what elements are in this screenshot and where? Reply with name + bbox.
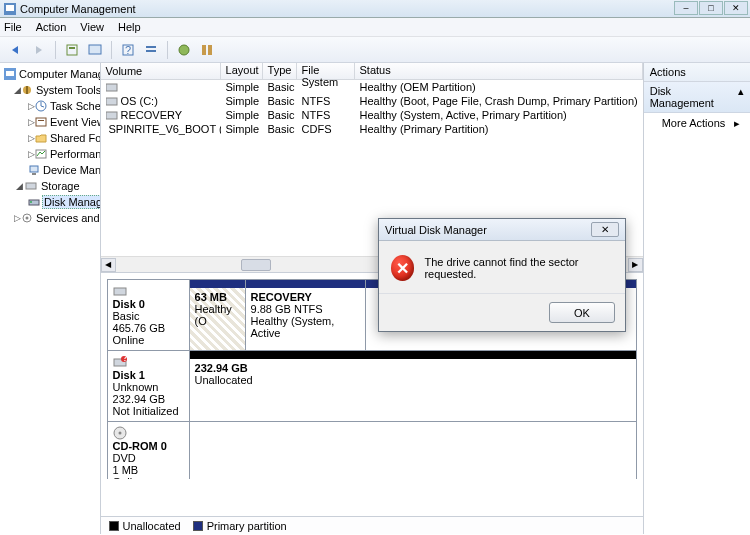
svg-rect-15 bbox=[26, 86, 28, 94]
svg-rect-4 bbox=[89, 45, 101, 54]
tree-task-scheduler[interactable]: ▷Task Scheduler bbox=[2, 98, 98, 114]
col-layout[interactable]: Layout bbox=[221, 63, 263, 79]
svg-rect-3 bbox=[69, 47, 75, 49]
svg-point-36 bbox=[118, 432, 121, 435]
svg-text:?: ? bbox=[125, 44, 131, 56]
svg-rect-28 bbox=[106, 98, 117, 105]
view-icon[interactable] bbox=[85, 40, 105, 60]
menu-help[interactable]: Help bbox=[118, 21, 141, 33]
svg-rect-22 bbox=[26, 183, 36, 189]
svg-point-26 bbox=[26, 217, 29, 220]
refresh-icon[interactable]: ? bbox=[118, 40, 138, 60]
svg-rect-20 bbox=[30, 166, 38, 172]
dialog-titlebar[interactable]: Virtual Disk Manager ✕ bbox=[379, 219, 625, 241]
properties-icon[interactable] bbox=[62, 40, 82, 60]
dialog-close-button[interactable]: ✕ bbox=[591, 222, 619, 237]
legend-unallocated-swatch bbox=[109, 521, 119, 531]
tree-event-viewer[interactable]: ▷Event Viewer bbox=[2, 114, 98, 130]
tree-disk-management[interactable]: Disk Management bbox=[2, 194, 98, 210]
svg-rect-1 bbox=[6, 5, 14, 11]
forward-button[interactable] bbox=[29, 40, 49, 60]
svg-rect-17 bbox=[36, 118, 46, 126]
menu-file[interactable]: File bbox=[4, 21, 22, 33]
svg-rect-11 bbox=[208, 45, 212, 55]
svg-rect-31 bbox=[114, 288, 126, 295]
partition[interactable]: RECOVERY9.88 GB NTFSHealthy (System, Act… bbox=[246, 280, 366, 350]
volume-list-header[interactable]: Volume Layout Type File System Status bbox=[101, 63, 643, 80]
svg-rect-10 bbox=[202, 45, 206, 55]
partition[interactable]: 63 MBHealthy (O bbox=[190, 280, 246, 350]
dialog-message: The drive cannot find the sector request… bbox=[424, 256, 613, 280]
menu-action[interactable]: Action bbox=[36, 21, 67, 33]
maximize-button[interactable]: □ bbox=[699, 1, 723, 15]
svg-rect-27 bbox=[106, 84, 117, 91]
svg-rect-18 bbox=[38, 120, 44, 121]
disk-info: ?Disk 1Unknown232.94 GBNot Initialized bbox=[108, 351, 190, 421]
more-actions[interactable]: More Actions ▸ bbox=[644, 113, 750, 134]
scroll-left-arrow[interactable]: ◀ bbox=[101, 258, 116, 272]
app-icon bbox=[4, 3, 16, 15]
menu-view[interactable]: View bbox=[80, 21, 104, 33]
tree-services[interactable]: ▷Services and Applications bbox=[2, 210, 98, 226]
tree-storage[interactable]: ◢Storage bbox=[2, 178, 98, 194]
tree-performance[interactable]: ▷Performance bbox=[2, 146, 98, 162]
help-icon[interactable] bbox=[174, 40, 194, 60]
col-status[interactable]: Status bbox=[355, 63, 643, 79]
minimize-button[interactable]: – bbox=[674, 1, 698, 15]
scroll-thumb[interactable] bbox=[241, 259, 271, 271]
svg-rect-2 bbox=[67, 45, 77, 55]
volume-row[interactable]: RECOVERYSimpleBasicNTFSHealthy (System, … bbox=[101, 108, 643, 122]
disk-row[interactable]: ?Disk 1Unknown232.94 GBNot Initialized23… bbox=[107, 350, 637, 422]
svg-rect-21 bbox=[32, 173, 36, 175]
svg-text:?: ? bbox=[122, 355, 127, 363]
nav-tree[interactable]: Computer Management (Local ◢System Tools… bbox=[0, 63, 101, 534]
col-filesystem[interactable]: File System bbox=[297, 63, 355, 79]
svg-rect-7 bbox=[146, 46, 156, 48]
svg-rect-8 bbox=[146, 50, 156, 52]
disk-row[interactable]: CD-ROM 0DVD1 MBOnline bbox=[107, 421, 637, 479]
tree-system-tools[interactable]: ◢System Tools bbox=[2, 82, 98, 98]
col-type[interactable]: Type bbox=[263, 63, 297, 79]
svg-rect-13 bbox=[6, 71, 14, 76]
window-title: Computer Management bbox=[20, 3, 136, 15]
tree-device-manager[interactable]: Device Manager bbox=[2, 162, 98, 178]
legend-unallocated-label: Unallocated bbox=[123, 520, 181, 532]
dialog-title: Virtual Disk Manager bbox=[385, 224, 487, 236]
svg-rect-29 bbox=[106, 112, 117, 119]
settings-icon[interactable] bbox=[197, 40, 217, 60]
toolbar: ? bbox=[0, 37, 750, 63]
chevron-right-icon: ▸ bbox=[734, 117, 740, 130]
error-dialog: Virtual Disk Manager ✕ ✕ The drive canno… bbox=[378, 218, 626, 332]
tree-shared-folders[interactable]: ▷Shared Folders bbox=[2, 130, 98, 146]
legend-primary-label: Primary partition bbox=[207, 520, 287, 532]
volume-row[interactable]: SimpleBasicHealthy (OEM Partition) bbox=[101, 80, 643, 94]
window-titlebar: Computer Management – □ ✕ bbox=[0, 0, 750, 18]
actions-section[interactable]: Disk Management ▴ bbox=[644, 82, 750, 113]
ok-button[interactable]: OK bbox=[549, 302, 615, 323]
legend-primary-swatch bbox=[193, 521, 203, 531]
svg-point-9 bbox=[179, 45, 189, 55]
partition[interactable]: 232.94 GBUnallocated bbox=[190, 351, 636, 421]
error-icon: ✕ bbox=[391, 255, 414, 281]
back-button[interactable] bbox=[6, 40, 26, 60]
actions-title: Actions bbox=[644, 63, 750, 82]
svg-point-24 bbox=[30, 201, 32, 203]
scroll-right-arrow[interactable]: ▶ bbox=[628, 258, 643, 272]
volume-row[interactable]: OS (C:)SimpleBasicNTFSHealthy (Boot, Pag… bbox=[101, 94, 643, 108]
col-volume[interactable]: Volume bbox=[101, 63, 221, 79]
close-button[interactable]: ✕ bbox=[724, 1, 748, 15]
list-icon[interactable] bbox=[141, 40, 161, 60]
menu-bar: File Action View Help bbox=[0, 18, 750, 37]
collapse-icon[interactable]: ▴ bbox=[738, 85, 744, 109]
disk-info: CD-ROM 0DVD1 MBOnline bbox=[108, 422, 190, 479]
actions-pane: Actions Disk Management ▴ More Actions ▸ bbox=[644, 63, 750, 534]
volume-row[interactable]: SPINRITE_V6_BOOT (D:)SimpleBasicCDFSHeal… bbox=[101, 122, 643, 136]
tree-root[interactable]: Computer Management (Local bbox=[2, 66, 98, 82]
legend: Unallocated Primary partition bbox=[101, 516, 643, 534]
disk-info: Disk 0Basic465.76 GBOnline bbox=[108, 280, 190, 350]
